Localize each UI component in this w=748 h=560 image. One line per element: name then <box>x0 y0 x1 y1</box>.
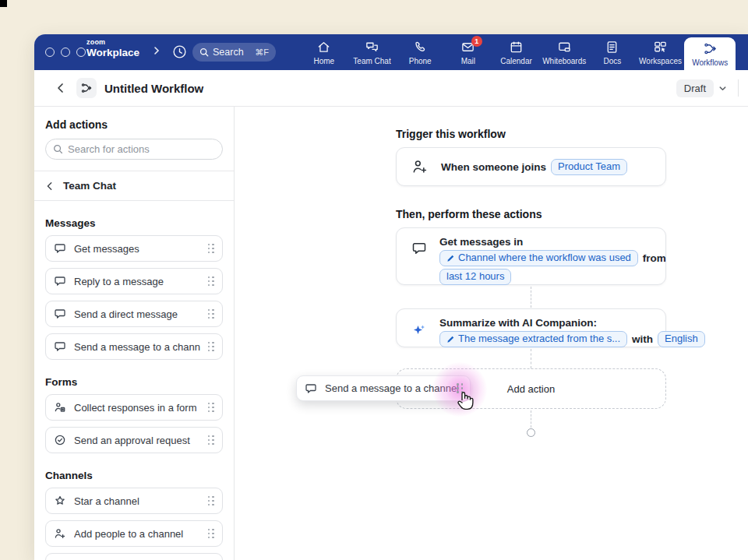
nav-tab-docs[interactable]: Docs <box>588 34 637 70</box>
back-button[interactable] <box>51 79 70 97</box>
drag-handle[interactable] <box>208 496 215 506</box>
action-item-star-channel[interactable]: Star a channel <box>45 488 223 514</box>
actions-heading: Then, perform these actions <box>396 208 542 220</box>
trigger-team-pill[interactable]: Product Team <box>551 159 627 175</box>
action-item-send-approval-request[interactable]: Send an approval request <box>45 427 223 453</box>
top-navbar: zoom Workplace Search ⌘F Home <box>34 34 748 70</box>
trigger-text: When someone joins <box>441 161 546 173</box>
nav-tab-mail[interactable]: Mail 1 <box>444 34 492 70</box>
person-plus-icon <box>411 158 429 175</box>
chevron-right-icon[interactable] <box>153 46 161 58</box>
chat-bubble-icon <box>54 308 66 320</box>
nav-tab-calendar[interactable]: Calendar <box>492 34 541 70</box>
drag-handle[interactable] <box>208 403 215 413</box>
action-item-get-messages[interactable]: Get messages <box>45 235 223 262</box>
workflows-icon <box>703 41 718 56</box>
chat-bubble-icon <box>54 242 66 255</box>
section-label-channels: Channels <box>45 470 223 481</box>
person-form-icon <box>54 401 66 414</box>
workspaces-icon <box>653 40 668 55</box>
search-icon <box>53 144 63 154</box>
with-text: with <box>632 333 653 345</box>
action-item-add-people[interactable]: Add people to a channel <box>45 520 223 547</box>
divider <box>34 200 234 201</box>
get-messages-line1: Get messages in <box>439 236 523 248</box>
chat-bubble-icon <box>411 241 427 276</box>
search-icon <box>199 48 209 57</box>
logo-workplace-text: Workplace <box>86 48 139 58</box>
drag-handle[interactable] <box>208 244 215 254</box>
connector-line <box>531 287 531 308</box>
workflow-header: Untitled Workflow Draft <box>34 70 748 107</box>
action-item-reply-to-message[interactable]: Reply to a message <box>45 268 223 294</box>
edit-pencil-icon <box>446 335 455 343</box>
nav-tabs: Home Team Chat Phone Mail 1 <box>300 34 736 70</box>
connector-line <box>531 410 531 428</box>
trigger-heading: Trigger this workflow <box>396 128 506 140</box>
home-icon <box>316 40 331 55</box>
nav-tab-whiteboards[interactable]: Whiteboards <box>540 34 588 70</box>
phone-icon <box>413 40 428 55</box>
action-item-collect-responses[interactable]: Collect responses in a form <box>45 394 223 421</box>
actions-sidebar: Add actions Team Chat Messages <box>34 107 235 560</box>
from-text: from <box>643 252 666 264</box>
drag-handle[interactable] <box>208 435 215 446</box>
trigger-card[interactable]: When someone joins Product Team <box>396 147 666 186</box>
window-maximize-button[interactable] <box>76 48 86 57</box>
nav-tab-team-chat[interactable]: Team Chat <box>348 34 397 70</box>
corner-artifact <box>0 0 7 7</box>
header-divider <box>738 79 739 97</box>
global-search[interactable]: Search ⌘F <box>192 43 276 62</box>
workflow-type-icon <box>76 78 97 98</box>
sidebar-back-team-chat[interactable]: Team Chat <box>45 171 223 200</box>
chat-bubble-icon <box>54 275 66 287</box>
logo-zoom-text: zoom <box>86 39 139 46</box>
get-messages-card[interactable]: Get messages in Channel where the workfl… <box>396 227 666 285</box>
whiteboards-icon <box>557 40 572 55</box>
summarize-card[interactable]: Summarize with AI Companion: The message… <box>396 308 666 347</box>
check-circle-icon <box>54 434 66 446</box>
drag-handle[interactable] <box>208 276 215 287</box>
team-chat-icon <box>365 40 379 55</box>
drag-handle[interactable] <box>208 342 215 352</box>
history-icon[interactable] <box>171 44 188 63</box>
calendar-icon <box>509 40 524 55</box>
actions-search[interactable] <box>45 139 223 160</box>
message-pill[interactable]: The message extracted from the s... <box>439 331 627 347</box>
drag-handle[interactable] <box>208 309 215 319</box>
zoom-workplace-logo: zoom Workplace <box>86 39 139 58</box>
ai-companion-icon <box>411 322 427 339</box>
search-shortcut: ⌘F <box>255 48 269 58</box>
drag-handle[interactable] <box>208 529 215 539</box>
chat-bubble-icon <box>54 340 66 353</box>
edit-pencil-icon <box>446 254 455 262</box>
app-window: zoom Workplace Search ⌘F Home <box>34 34 748 560</box>
nav-tab-workspaces[interactable]: Workspaces <box>637 34 685 70</box>
action-item-update-channel-name[interactable]: Update channel name <box>45 553 223 560</box>
star-icon <box>54 495 66 507</box>
actions-search-input[interactable] <box>68 143 215 155</box>
docs-icon <box>605 40 619 55</box>
section-label-messages: Messages <box>45 217 223 229</box>
connector-line <box>531 349 531 368</box>
window-close-button[interactable] <box>45 48 55 57</box>
mail-unread-badge: 1 <box>471 36 482 47</box>
add-action-label: Add action <box>507 383 555 395</box>
action-item-send-direct-message[interactable]: Send a direct message <box>45 301 223 327</box>
sidebar-title: Add actions <box>45 118 223 131</box>
status-badge[interactable]: Draft <box>676 79 714 97</box>
chevron-down-icon[interactable] <box>718 84 727 93</box>
language-pill[interactable]: English <box>658 331 705 347</box>
nav-tab-workflows[interactable]: Workflows <box>684 37 736 70</box>
time-range-pill[interactable]: last 12 hours <box>439 269 511 285</box>
nav-tab-home[interactable]: Home <box>300 34 348 70</box>
workflow-end-node <box>527 428 535 437</box>
workflow-canvas: Trigger this workflow When someone joins… <box>235 107 748 560</box>
action-item-send-message-to-channel[interactable]: Send a message to a channel <box>45 333 223 360</box>
chevron-left-icon <box>45 181 55 191</box>
nav-tab-phone[interactable]: Phone <box>396 34 444 70</box>
workflow-title[interactable]: Untitled Workflow <box>104 82 203 95</box>
window-minimize-button[interactable] <box>61 48 70 57</box>
channel-pill[interactable]: Channel where the workflow was used <box>439 250 638 266</box>
window-controls[interactable] <box>45 48 86 57</box>
